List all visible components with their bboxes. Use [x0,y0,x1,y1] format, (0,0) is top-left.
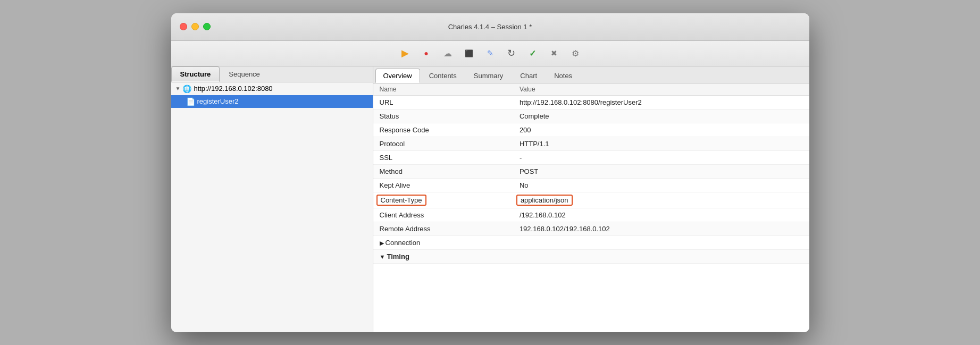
tab-chart[interactable]: Chart [512,69,545,83]
globe-icon: 🌐 [182,85,191,93]
tools-btn[interactable]: ✖ [545,44,564,63]
section-connection[interactable]: Connection [373,235,809,249]
tree: ▼ 🌐 http://192.168.0.102:8080 📄 register… [171,82,373,108]
row-value-url: http://192.168.0.102:8080/registerUser2 [513,95,809,109]
row-value-status: Complete [513,109,809,123]
table-row: Kept Alive No [373,178,809,192]
traffic-lights [180,23,211,30]
table-row: Method POST [373,164,809,178]
table-row: Client Address /192.168.0.102 [373,208,809,222]
row-value-response-code: 200 [513,123,809,137]
table-row: URL http://192.168.0.102:8080/registerUs… [373,95,809,109]
tab-contents[interactable]: Contents [421,69,465,83]
record-btn[interactable]: ● [417,44,436,63]
row-name-protocol: Protocol [373,137,513,150]
main-content: Structure Sequence ▼ 🌐 http://192.168.0.… [171,66,809,332]
table-row-highlighted: Content-Type application/json [373,192,809,208]
row-value-content-type: application/json [513,192,809,208]
tab-summary[interactable]: Summary [466,69,512,83]
table-row: SSL - [373,150,809,164]
row-name-response-code: Response Code [373,123,513,137]
row-name-kept-alive: Kept Alive [373,178,513,192]
document-icon: 📄 [186,97,195,106]
check-btn[interactable]: ✓ [523,44,542,63]
content-type-value-highlight: application/json [516,195,573,206]
maximize-button[interactable] [203,23,211,30]
refresh-btn[interactable]: ↻ [502,44,521,63]
titlebar: Charles 4.1.4 – Session 1 * [171,13,809,41]
row-value-client-address: /192.168.0.102 [513,208,809,222]
cloud-btn[interactable]: ☁ [438,44,457,63]
col-value-header: Value [513,83,809,96]
section-timing[interactable]: Timing [373,249,809,263]
right-panel: Overview Contents Summary Chart Notes Na… [373,66,809,332]
tree-root-item[interactable]: ▼ 🌐 http://192.168.0.102:8080 [171,82,373,95]
row-name-url: URL [373,95,513,109]
right-tabs: Overview Contents Summary Chart Notes [373,66,809,83]
app-window: Charles 4.1.4 – Session 1 * ▶ ● ☁ ⬛ ✎ ↻ … [171,13,809,332]
row-value-remote-address: 192.168.0.102/192.168.0.102 [513,222,809,235]
left-panel: Structure Sequence ▼ 🌐 http://192.168.0.… [171,66,373,332]
row-name-client-address: Client Address [373,208,513,222]
tab-overview[interactable]: Overview [375,69,420,83]
tree-root-label: http://192.168.0.102:8080 [194,85,272,92]
left-tabs: Structure Sequence [171,66,373,82]
table-row: Protocol HTTP/1.1 [373,137,809,150]
section-connection-label: Connection [373,235,809,249]
section-timing-label: Timing [373,249,809,263]
row-value-kept-alive: No [513,178,809,192]
row-value-ssl: - [513,150,809,164]
row-value-protocol: HTTP/1.1 [513,137,809,150]
stop-btn[interactable]: ⬛ [459,44,479,63]
row-name-status: Status [373,109,513,123]
tree-registeruser2-label: registerUser2 [197,97,239,105]
pointer-btn[interactable]: ▶ [396,44,415,63]
tree-arrow-icon: ▼ [175,86,181,91]
table-row: Response Code 200 [373,123,809,137]
settings-btn[interactable]: ⚙ [566,44,585,63]
tab-notes[interactable]: Notes [546,69,580,83]
tab-structure[interactable]: Structure [171,66,220,82]
close-button[interactable] [180,23,187,30]
toolbar: ▶ ● ☁ ⬛ ✎ ↻ ✓ ✖ ⚙ [171,41,809,66]
content-type-highlight: Content-Type [376,195,426,206]
col-name-header: Name [373,83,513,96]
tab-sequence[interactable]: Sequence [220,66,269,82]
overview-table: Name Value URL http://192.168.0.102:8080… [373,83,809,264]
minimize-button[interactable] [191,23,199,30]
table-row: Status Complete [373,109,809,123]
row-name-ssl: SSL [373,150,513,164]
tree-registeruser2-item[interactable]: 📄 registerUser2 [171,95,373,108]
row-name-remote-address: Remote Address [373,222,513,235]
window-title: Charles 4.1.4 – Session 1 * [448,23,532,31]
row-value-method: POST [513,164,809,178]
row-name-content-type: Content-Type [373,192,513,208]
table-row: Remote Address 192.168.0.102/192.168.0.1… [373,222,809,235]
breakpoint-btn[interactable]: ✎ [481,44,500,63]
row-name-method: Method [373,164,513,178]
